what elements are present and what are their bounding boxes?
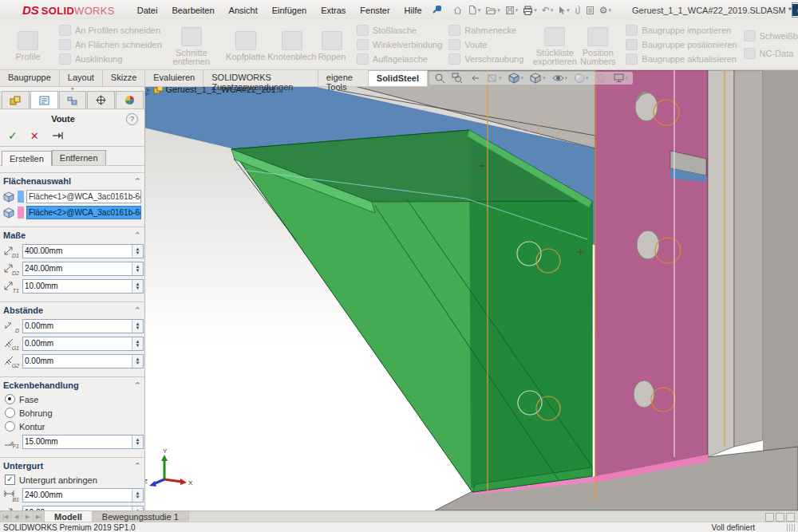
report-icon[interactable] (586, 6, 595, 15)
command-search[interactable]: ⌕ Befehlssuche (792, 2, 798, 18)
ausklinkung-button[interactable]: Ausklinkung (59, 53, 162, 65)
column-front-face[interactable] (595, 70, 708, 479)
collapse-chevron-icon[interactable]: ⌃ (134, 380, 141, 391)
column-flange-face[interactable] (734, 70, 763, 447)
rippen-button[interactable]: Rippen (315, 28, 349, 61)
spinner[interactable]: ▲▼ (132, 320, 143, 333)
nc-data-button[interactable]: NC-Data (744, 48, 798, 59)
cancel-x-button[interactable]: ✕ (30, 130, 39, 142)
ok-check-button[interactable]: ✓ (8, 129, 18, 142)
previous-view-icon[interactable] (469, 73, 480, 84)
help-icon[interactable]: ? (126, 113, 138, 125)
search-icon[interactable]: ⌕ (792, 4, 798, 16)
flange-width-input[interactable] (23, 489, 132, 500)
position-numbers-button[interactable]: Position Numbers (578, 24, 618, 66)
schnitte-entfernen-button[interactable]: Schnitte entfernen (168, 24, 215, 66)
kopfplatte-button[interactable]: Kopfplatte (223, 28, 269, 61)
subtab-entfernen[interactable]: Entfernen (52, 150, 106, 165)
t1-value-input[interactable] (23, 280, 132, 291)
tab-zusatzanwendungen[interactable]: SOLIDWORKS Zusatzanwendungen (203, 70, 318, 86)
offset-d-input[interactable] (23, 320, 132, 331)
d1-value-input[interactable] (23, 245, 132, 256)
pin-menu-icon[interactable] (432, 5, 441, 16)
radio-fase[interactable]: Fase (5, 394, 140, 404)
tab-modell[interactable]: Modell (45, 511, 93, 522)
graphics-area[interactable]: Y X Z ▶ ▸ Geruest_1_1_WCA#22_201... ▾ ▾ … (144, 70, 798, 510)
menu-hilfe[interactable]: Hilfe (405, 6, 422, 15)
gap-g2-input[interactable] (23, 355, 132, 366)
knotenblech-button[interactable]: Knotenblech (269, 28, 315, 61)
menu-fenster[interactable]: Fenster (360, 6, 389, 15)
dimxpertmanager-tab[interactable] (87, 91, 115, 108)
subtab-erstellen[interactable]: Erstellen (2, 151, 52, 166)
spinner[interactable]: ▲▼ (132, 489, 143, 502)
view-orientation-cube-icon[interactable]: ▾ (508, 73, 524, 84)
spinner[interactable]: ▲▼ (132, 245, 143, 258)
column-side-face[interactable] (708, 70, 734, 457)
face1-selection-value[interactable]: Fläche<1>@WCA_3ac0161b-6dba- (26, 190, 141, 203)
menu-datei[interactable]: Datei (137, 6, 158, 15)
collapse-chevron-icon[interactable]: ⌃ (134, 305, 141, 316)
tab-layout[interactable]: Layout (60, 70, 103, 86)
an-profilen-schneiden-button[interactable]: An Profilen schneiden (59, 25, 162, 36)
spinner[interactable]: ▲▼ (132, 355, 143, 368)
schweissbaugruppen-button[interactable]: Schweißbaugruppen (744, 30, 798, 41)
column-hole[interactable] (634, 380, 654, 408)
verschraubung-button[interactable]: Verschraubung (448, 53, 523, 65)
paperclip-icon[interactable] (575, 5, 581, 15)
menu-einfuegen[interactable]: Einfügen (272, 6, 306, 15)
display-style-icon[interactable]: ▾ (530, 73, 546, 84)
propertymanager-tab[interactable] (30, 91, 58, 108)
an-flaechen-schneiden-button[interactable]: An Flächen schneiden (59, 39, 162, 50)
spinner[interactable]: ▲▼ (132, 337, 143, 350)
featuremanager-tab[interactable] (2, 91, 30, 108)
untergurt-anbringen-checkbox-row[interactable]: ✓ Untergurt anbringen (5, 475, 140, 485)
spinner[interactable]: ▲▼ (132, 262, 143, 275)
gap-g1-input[interactable] (23, 337, 132, 349)
menu-bearbeiten[interactable]: Bearbeiten (172, 6, 214, 15)
view-settings-monitor-icon[interactable]: ▾ (613, 73, 629, 84)
undo-icon[interactable]: ↶▾ (542, 5, 554, 16)
zoom-to-fit-icon[interactable] (434, 73, 445, 84)
tab-nav-prev-icon[interactable]: ◀ (11, 511, 22, 522)
profile-button[interactable]: Profile (5, 28, 51, 61)
home-icon[interactable] (452, 5, 463, 15)
voute-button[interactable]: Voute (448, 39, 523, 50)
checkbox[interactable]: ✓ (5, 475, 15, 485)
edit-appearance-icon[interactable]: ▾ (574, 73, 589, 84)
radio-kontur[interactable]: Kontur (5, 421, 140, 432)
hide-show-items-eye-icon[interactable]: ▾ (552, 73, 568, 84)
configurationmanager-tab[interactable] (59, 91, 87, 108)
open-document-icon[interactable]: ▾ (485, 6, 500, 15)
tab-nav-next-icon[interactable]: ▶ (22, 511, 34, 522)
tab-nav-last-icon[interactable]: ▶| (34, 511, 45, 522)
print-icon[interactable]: ▾ (523, 6, 537, 15)
d2-value-input[interactable] (23, 262, 132, 274)
section-view-icon[interactable]: ▾ (487, 73, 502, 84)
menu-extras[interactable]: Extras (321, 6, 346, 15)
menu-ansicht[interactable]: Ansicht (229, 6, 258, 15)
collapse-chevron-icon[interactable]: ⌃ (134, 231, 141, 241)
auflagelasche-button[interactable]: Auflagelasche (357, 53, 442, 65)
options-gear-icon[interactable]: ⚙▾ (599, 5, 611, 16)
tab-bewegungsstudie[interactable]: Bewegungsstudie 1 (93, 511, 189, 522)
tab-solidsteel[interactable]: SolidSteel (369, 70, 428, 86)
spinner[interactable]: ▲▼ (132, 435, 143, 448)
winkelverbindung-button[interactable]: Winkelverbindung (357, 39, 442, 50)
displaymanager-tab[interactable] (116, 91, 144, 108)
select-cursor-icon[interactable]: ▾ (558, 6, 570, 15)
radio-button[interactable] (5, 408, 15, 418)
zoom-to-area-icon[interactable] (452, 73, 463, 84)
collapse-chevron-icon[interactable]: ⌃ (134, 461, 141, 471)
radio-button[interactable] (5, 394, 15, 404)
stosslasche-button[interactable]: Stoßlasche (357, 25, 442, 36)
pin-keep-visible-button[interactable] (52, 131, 65, 140)
tab-evaluieren[interactable]: Evaluieren (145, 70, 203, 86)
stueckliste-exportieren-button[interactable]: Stückliste exportieren (531, 24, 578, 66)
new-document-icon[interactable]: ▾ (468, 5, 481, 15)
rahmenecke-button[interactable]: Rahmenecke (448, 25, 523, 36)
radio-button[interactable] (5, 421, 15, 432)
baugruppe-aktualisieren-button[interactable]: Baugruppe aktualisieren (626, 53, 737, 65)
baugruppe-importieren-button[interactable]: Baugruppe importieren (626, 25, 737, 36)
tabstrip-buttons[interactable] (765, 511, 798, 522)
